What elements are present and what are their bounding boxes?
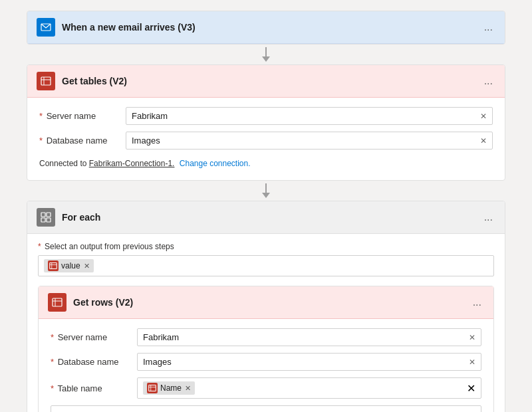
trigger-more-button[interactable]: ... (481, 21, 495, 33)
trigger-icon (37, 18, 55, 37)
get-tables-db-clear[interactable]: ✕ (480, 136, 487, 146)
get-tables-server-value: Fabrikam (132, 111, 476, 121)
get-tables-server-input[interactable]: Fabrikam ✕ (126, 107, 493, 125)
get-rows-table-row: * Table name (51, 377, 481, 399)
get-rows-title: Get rows (V2) (73, 297, 470, 308)
svg-rect-1 (41, 77, 51, 85)
get-rows-table-tag-close[interactable]: ✕ (185, 384, 191, 393)
for-each-tag-label: value (61, 261, 80, 270)
for-each-tag-icon (48, 260, 59, 271)
get-tables-server-label: * Server name (39, 111, 126, 121)
svg-rect-5 (47, 213, 51, 217)
for-each-tag-input[interactable]: value ✕ (38, 255, 494, 276)
svg-rect-8 (50, 263, 57, 269)
for-each-header: For each ... (27, 201, 505, 234)
get-tables-connection-name[interactable]: Fabrikam-Connection-1. (89, 159, 175, 168)
svg-rect-14 (149, 385, 156, 391)
svg-rect-4 (41, 213, 45, 217)
get-tables-server-required: * (39, 111, 43, 121)
get-rows-table-tag-icon (147, 383, 158, 393)
get-rows-db-label: * Database name (51, 357, 137, 367)
get-rows-table-tag: Name ✕ (143, 381, 195, 395)
get-rows-table-clear[interactable]: ✕ (467, 382, 475, 395)
get-tables-db-input[interactable]: Images ✕ (126, 132, 493, 150)
get-rows-server-value: Fabrikam (143, 332, 465, 342)
get-rows-server-clear[interactable]: ✕ (469, 333, 475, 342)
get-rows-more-button[interactable]: ... (470, 296, 484, 308)
get-tables-db-required: * (39, 136, 43, 146)
get-rows-table-label: * Table name (51, 383, 137, 393)
trigger-card: When a new email arrives (V3) ... (27, 11, 505, 45)
get-tables-db-value: Images (132, 136, 476, 146)
get-tables-db-row: * Database name Images ✕ (39, 132, 493, 150)
get-rows-card: Get rows (V2) ... * Server name Fabrikam… (38, 286, 494, 412)
svg-rect-6 (41, 218, 45, 222)
for-each-tag-close[interactable]: ✕ (84, 262, 90, 270)
for-each-value-tag: value ✕ (44, 259, 94, 272)
get-rows-server-row: * Server name Fabrikam ✕ (51, 328, 481, 346)
get-tables-db-label: * Database name (39, 136, 126, 146)
get-tables-title: Get tables (V2) (62, 76, 481, 86)
get-rows-server-label: * Server name (51, 332, 137, 342)
get-rows-db-input[interactable]: Images ✕ (137, 353, 481, 371)
svg-rect-11 (53, 298, 62, 306)
for-each-icon (37, 208, 55, 227)
for-each-card: For each ... * Select an output from pre… (27, 201, 505, 412)
get-rows-icon (48, 293, 66, 312)
arrow-1 (262, 47, 270, 62)
get-rows-body: * Server name Fabrikam ✕ * Database name (39, 319, 493, 412)
for-each-body: * Select an output from previous steps v… (27, 234, 505, 412)
get-rows-db-value: Images (143, 357, 465, 367)
get-rows-db-row: * Database name Images ✕ (51, 353, 481, 371)
for-each-title: For each (62, 212, 481, 223)
get-tables-card: Get tables (V2) ... * Server name Fabrik… (27, 64, 505, 181)
for-each-select-label: * Select an output from previous steps (38, 242, 494, 251)
get-tables-more-button[interactable]: ... (481, 75, 495, 87)
get-rows-add-param[interactable]: Add new parameter ▾ (51, 405, 481, 412)
get-tables-server-row: * Server name Fabrikam ✕ (39, 107, 493, 125)
get-rows-header: Get rows (V2) ... (39, 286, 493, 319)
trigger-header: When a new email arrives (V3) ... (27, 11, 505, 44)
get-tables-icon (37, 72, 55, 90)
arrow-2 (262, 183, 270, 198)
get-tables-body: * Server name Fabrikam ✕ * Database name… (27, 98, 505, 180)
get-rows-table-tag-label: Name (160, 383, 182, 393)
for-each-more-button[interactable]: ... (481, 211, 495, 223)
get-tables-change-connection[interactable]: Change connection. (180, 159, 251, 168)
get-tables-server-clear[interactable]: ✕ (480, 112, 487, 121)
trigger-title: When a new email arrives (V3) (62, 22, 481, 33)
flow-container: When a new email arrives (V3) ... Get ta… (27, 11, 505, 412)
svg-rect-7 (47, 218, 51, 222)
get-rows-db-clear[interactable]: ✕ (469, 358, 475, 367)
get-rows-table-input[interactable]: Name ✕ ✕ (137, 377, 481, 399)
get-tables-header: Get tables (V2) ... (27, 65, 505, 98)
get-rows-server-input[interactable]: Fabrikam ✕ (137, 328, 481, 346)
get-tables-connection: Connected to Fabrikam-Connection-1. Chan… (39, 156, 493, 171)
